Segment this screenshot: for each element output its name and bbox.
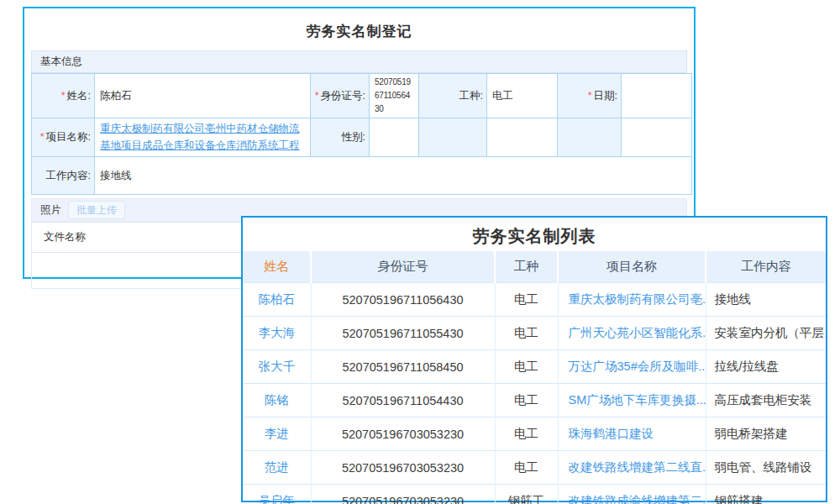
worker-id-cell: 520705196703053230: [311, 451, 495, 485]
column-header-name[interactable]: 姓名: [243, 251, 311, 283]
project-link[interactable]: 万达广场35#会所及咖啡...: [569, 360, 706, 373]
worker-id-cell: 520705196711054430: [311, 384, 495, 417]
worker-type-cell: 电工: [495, 317, 558, 350]
work-content-cell: 弱电管、线路铺设: [706, 451, 826, 485]
worker-type-cell: 电工: [495, 451, 558, 485]
work-content-cell: 安装室内分机（平层、跃...: [706, 317, 826, 350]
worker-name-link[interactable]: 陈铭: [265, 393, 289, 407]
labor-list-table: 姓名 身份证号 工种 项目名称 工作内容 陈柏石 520705196711056…: [243, 251, 826, 504]
id-field-value[interactable]: 520705196711056430: [370, 74, 419, 118]
required-asterisk: *: [315, 90, 319, 102]
worker-type-cell: 电工: [495, 350, 558, 384]
project-name-link[interactable]: 重庆太极制药有限公司亳州中药材仓储物流基地项目成品仓库和设备仓库消防系统工程: [100, 123, 300, 150]
worker-name-link[interactable]: 吴启年: [259, 494, 296, 504]
worker-id-cell: 520705196703053230: [311, 485, 495, 504]
table-row: 陈铭 520705196711054430 电工 SM广场地下车库更换摄... …: [243, 384, 826, 417]
gender-field-label: 性别:: [311, 118, 370, 157]
required-asterisk: *: [588, 90, 592, 102]
worker-id-cell: 520705196711058450: [311, 350, 495, 384]
worker-id-cell: 520705196711056430: [311, 283, 495, 317]
workcontent-field-label: 工作内容:: [32, 157, 95, 195]
date-field-label: *日期:: [558, 74, 622, 118]
name-field-label: *姓名:: [32, 74, 95, 118]
column-header-project[interactable]: 项目名称: [558, 251, 706, 283]
basic-info-form: *姓名: 陈柏石 *身份证号: 520705196711056430 工种: 电…: [31, 73, 692, 195]
table-row: 范进 520705196703053230 电工 改建铁路线增建第二线直... …: [243, 451, 826, 485]
worker-type-cell: 电工: [495, 417, 558, 451]
worker-type-cell: 电工: [495, 283, 558, 317]
worker-id-cell: 520705196703053230: [311, 417, 495, 451]
worktype-field-value[interactable]: 电工: [487, 74, 558, 118]
project-link[interactable]: 改建铁路线增建第二线直...: [569, 460, 706, 474]
work-content-cell: 高压成套电柜安装: [706, 384, 826, 417]
worker-type-cell: 钢筋工: [495, 485, 558, 504]
name-field-value[interactable]: 陈柏石: [95, 74, 311, 118]
project-link[interactable]: 改建铁路成渝线增建第二...: [569, 494, 706, 504]
project-field-value: 重庆太极制药有限公司亳州中药材仓储物流基地项目成品仓库和设备仓库消防系统工程: [95, 118, 311, 157]
worker-name-link[interactable]: 范进: [265, 460, 289, 474]
project-link[interactable]: 广州天心苑小区智能化系...: [569, 326, 706, 339]
work-content-cell: 接地线: [706, 283, 826, 317]
workcontent-field-value[interactable]: 接地线: [95, 157, 692, 195]
registration-form-title: 劳务实名制登记: [24, 8, 694, 50]
list-panel: 劳务实名制列表 姓名 身份证号 工种 项目名称 工作内容 陈柏石 5207051…: [241, 216, 827, 502]
work-content-cell: 钢筋搭建: [706, 485, 826, 504]
required-asterisk: *: [40, 131, 45, 143]
worker-id-cell: 520705196711055430: [311, 317, 495, 350]
worker-name-link[interactable]: 陈柏石: [259, 292, 296, 306]
photo-section-label: 照片: [40, 203, 61, 218]
table-row: 李大海 520705196711055430 电工 广州天心苑小区智能化系...…: [243, 317, 826, 350]
column-header-workcontent[interactable]: 工作内容: [706, 251, 826, 283]
worker-name-link[interactable]: 李大海: [259, 326, 296, 339]
empty-label-cell: [419, 118, 487, 157]
table-header-row: 姓名 身份证号 工种 项目名称 工作内容: [243, 251, 826, 283]
worktype-field-label: 工种:: [419, 74, 487, 118]
table-row: 陈柏石 520705196711056430 电工 重庆太极制药有限公司亳...…: [243, 283, 826, 317]
project-field-label: *项目名称:: [32, 118, 95, 157]
table-row: 李进 520705196703053230 电工 珠海鹤港口建设 弱电桥架搭建: [243, 417, 826, 451]
basic-info-section-header: 基本信息: [31, 50, 687, 73]
date-field-value[interactable]: [622, 74, 692, 118]
gender-field-value[interactable]: [370, 118, 419, 157]
empty-value-cell: [487, 118, 558, 157]
worker-name-link[interactable]: 张大千: [259, 360, 296, 373]
table-row: 吴启年 520705196703053230 钢筋工 改建铁路成渝线增建第二..…: [243, 485, 826, 504]
required-asterisk: *: [61, 90, 66, 102]
list-panel-title: 劳务实名制列表: [243, 218, 826, 251]
column-header-worktype[interactable]: 工种: [495, 251, 558, 283]
project-link[interactable]: 重庆太极制药有限公司亳...: [569, 292, 706, 306]
empty-label-cell: [558, 118, 622, 157]
project-link[interactable]: SM广场地下车库更换摄...: [569, 393, 706, 407]
work-content-cell: 拉线/拉线盘: [706, 350, 826, 384]
id-field-label: *身份证号:: [311, 74, 370, 118]
work-content-cell: 弱电桥架搭建: [706, 417, 826, 451]
table-row: 张大千 520705196711058450 电工 万达广场35#会所及咖啡..…: [243, 350, 826, 384]
batch-upload-button[interactable]: 批量上传: [68, 201, 125, 219]
column-header-id[interactable]: 身份证号: [311, 251, 495, 283]
project-link[interactable]: 珠海鹤港口建设: [569, 427, 654, 440]
empty-value-cell: [622, 118, 692, 157]
worker-name-link[interactable]: 李进: [265, 427, 289, 440]
worker-type-cell: 电工: [495, 384, 558, 417]
